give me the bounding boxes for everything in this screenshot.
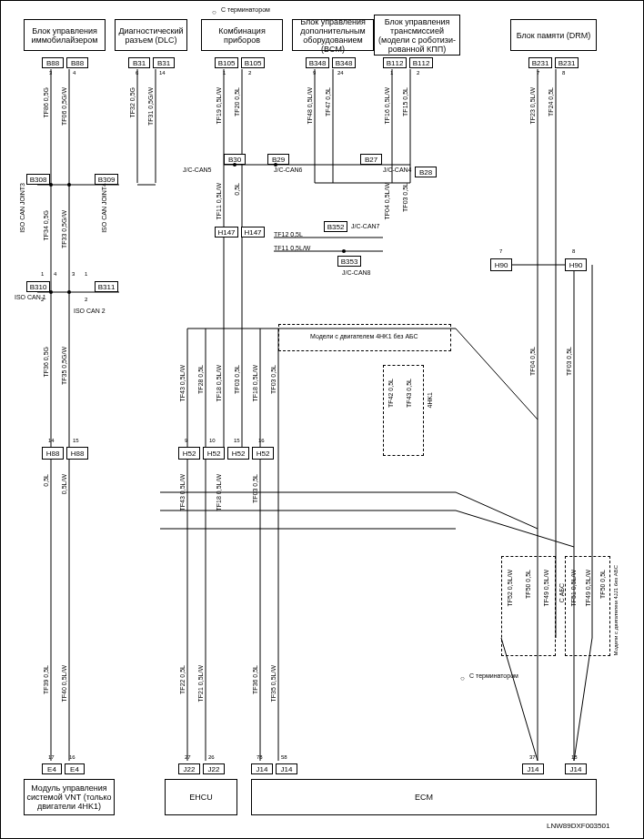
- conn-e4-1: E4: [42, 763, 62, 774]
- wire-0.5l: 0,5L: [43, 474, 49, 487]
- svg-line-35: [456, 510, 574, 547]
- combination-box: Комбинация приборов: [201, 19, 283, 51]
- immobilizer-text: Блок управления иммобилайзером: [26, 26, 103, 45]
- pin: 26: [208, 754, 215, 760]
- wire-label: TF49 0,5L/W: [585, 570, 591, 606]
- ehcu-text: EHCU: [189, 793, 213, 802]
- conn-h147-1: H147: [215, 227, 238, 238]
- wire-label: TF34 0,5G: [43, 210, 49, 240]
- pin: 27: [185, 754, 191, 760]
- pin: 15: [234, 438, 240, 443]
- diagram-lines: [1, 1, 644, 839]
- pin: 1: [85, 271, 87, 277]
- abs-4hk1-label: Модели с двигателем 4HK1 без АБС: [310, 333, 418, 339]
- pin: 2: [417, 70, 419, 76]
- pin: 2: [41, 297, 44, 302]
- wire-label: TF51 0,5L/W: [570, 570, 577, 606]
- wire-label: TF48 0,5L/W: [307, 87, 313, 124]
- pin: 1: [390, 70, 393, 76]
- pin: 16: [258, 438, 265, 443]
- conn-h52-3: H52: [227, 447, 249, 460]
- conn-h147-2: H147: [241, 227, 265, 238]
- jc-can6-label: J/C-CAN6: [274, 167, 303, 173]
- pin: 8: [572, 248, 575, 254]
- conn-b88-1: B88: [42, 57, 64, 68]
- conn-b28: B28: [415, 167, 437, 177]
- junction-dot: [233, 163, 236, 167]
- conn-h52-4: H52: [252, 447, 274, 460]
- conn-b311: B311: [95, 281, 118, 292]
- conn-j22-2: J22: [203, 763, 225, 774]
- wire-label: TF03 0,5L: [234, 365, 240, 394]
- iso-can2-label: ISO CAN 2: [74, 308, 106, 314]
- ecm-text: ECM: [415, 793, 433, 802]
- pin: 78: [257, 754, 263, 760]
- conn-j22-1: J22: [178, 763, 200, 774]
- wire-label: TF21 0,5L/W: [197, 665, 204, 702]
- conn-h52-1: H52: [178, 447, 200, 460]
- pin: 6: [136, 70, 138, 76]
- pin: 8: [562, 70, 565, 76]
- diagnostic-box: Диагностический разъем (DLC): [115, 19, 187, 51]
- pin: 16: [69, 754, 75, 760]
- junction-dot: [49, 290, 53, 294]
- conn-b88-2: B88: [66, 57, 88, 68]
- pin: 24: [337, 70, 344, 76]
- wire-label: TF32 0,5G: [129, 87, 136, 117]
- pin: 1: [223, 70, 226, 76]
- wire-label: TF39 0,5L: [43, 665, 49, 694]
- tf11-label: TF11 0,5L/W: [274, 245, 310, 251]
- conn-j14-4: J14: [565, 763, 587, 774]
- wire-label: TF06 0,5G/W: [61, 87, 67, 126]
- conn-b308: B308: [26, 174, 50, 185]
- ehcu-box: EHCU: [165, 779, 237, 815]
- pin: 3: [72, 271, 75, 277]
- conn-h88-1: H88: [42, 447, 64, 460]
- pin: 58: [281, 754, 287, 760]
- wire-label: TF03 0,5L: [566, 347, 572, 376]
- conn-b112-2: B112: [409, 57, 433, 68]
- pin: 14: [159, 70, 166, 76]
- ecm-box: ECM: [251, 779, 597, 815]
- wire-label: TF50 0,5L: [599, 570, 606, 599]
- wire-label: TF23 0,5L/W: [529, 87, 536, 124]
- pin: 7: [537, 70, 539, 76]
- pin: 18: [571, 754, 578, 760]
- jc-can7-label: J/C-CAN7: [351, 223, 380, 229]
- conn-b31-1: B31: [128, 57, 150, 68]
- bcm-text: Блок управления дополнительным оборудова…: [295, 17, 371, 54]
- junction-dot: [49, 183, 53, 187]
- wire-label: TF43 0,5L/W: [179, 474, 186, 510]
- junction-dot: [67, 183, 71, 187]
- conn-b112-1: B112: [383, 57, 407, 68]
- wire-label: TF86 0,5G: [43, 87, 49, 117]
- jc-can5-label: J/C-CAN5: [183, 167, 212, 173]
- conn-j14-1: J14: [251, 763, 273, 774]
- wire-label: TF20 0,5L: [234, 87, 240, 116]
- jc-can4-label: J/C-CAN4: [383, 167, 412, 173]
- wire-label: TF33 0,5G/W: [61, 210, 67, 248]
- pin: 3: [49, 70, 52, 76]
- wire-label: TF04 0,5L: [529, 347, 536, 376]
- wire-label: TF24 0,5L: [548, 87, 554, 116]
- drawing-number: LNW89DXF003501: [547, 822, 609, 830]
- pin: 15: [73, 438, 79, 443]
- junction-dot: [274, 163, 277, 167]
- wire-label: TF15 0,5L: [402, 87, 408, 116]
- wire-label: TF43 0,5L: [406, 379, 412, 408]
- conn-h52-2: H52: [203, 447, 225, 460]
- pin: 4: [54, 271, 56, 277]
- wire-label: TF40 0,5L/W: [61, 665, 67, 702]
- wire-label: TF16 0,5L/W: [384, 87, 390, 124]
- pin: 4: [73, 70, 75, 76]
- conn-b29: B29: [267, 154, 289, 165]
- wire-label: TF36 0,5G: [43, 347, 49, 377]
- terminator-bot-text: С терминатором: [469, 672, 518, 679]
- wire-label: TF35 0,5G/W: [61, 347, 67, 385]
- wire-label: TF31 0,5G/W: [147, 87, 154, 126]
- wire-label: TF03 0,5L: [270, 365, 277, 394]
- wire-label: TF18 0,5L/W: [216, 365, 222, 401]
- 4hk1-label: 4HK1: [427, 392, 433, 409]
- transmission-text: Блок управления трансмиссией (модели с р…: [377, 17, 458, 54]
- pin: 2: [248, 70, 251, 76]
